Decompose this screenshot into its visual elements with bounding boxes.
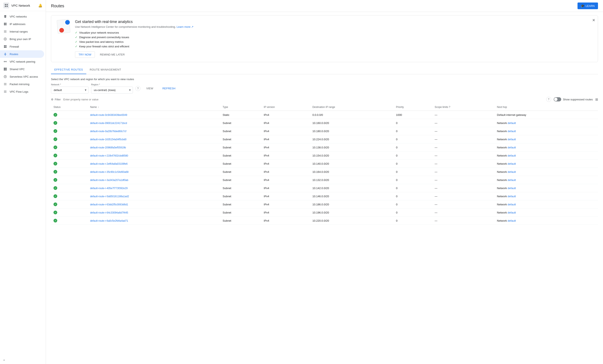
- route-link-6[interactable]: default-route-r-2ef64a8a03108fe6: [90, 162, 128, 165]
- cell-name-0: default-route-0c94383439ee0049: [88, 111, 220, 119]
- network-link-6[interactable]: default: [508, 162, 516, 165]
- route-link-12[interactable]: default-route-r-64c33094a6d7f445: [90, 211, 128, 214]
- network-link-10[interactable]: default: [508, 195, 516, 198]
- cell-destination-13: 10.220.0.0/20: [310, 217, 394, 225]
- cell-status-0: ✓: [51, 111, 88, 119]
- route-link-2[interactable]: default-route-0a20b76ded60c7cf: [90, 130, 126, 133]
- network-link-8[interactable]: default: [508, 178, 516, 182]
- cell-destination-2: 10.180.0.0/20: [310, 127, 394, 135]
- filter-help-button[interactable]: ?: [546, 97, 551, 102]
- cell-type-4: Subnet: [220, 143, 261, 152]
- check-icon-3: ✓: [75, 40, 78, 44]
- network-link-13[interactable]: default: [508, 219, 516, 222]
- network-link-4[interactable]: default: [508, 146, 516, 149]
- sidebar-item-firewall[interactable]: Firewall: [0, 43, 44, 50]
- status-icon-12: ✓: [54, 210, 57, 214]
- status-icon-9: ✓: [54, 186, 57, 190]
- route-link-0[interactable]: default-route-0c94383439ee0049: [90, 113, 127, 116]
- cell-scope-9: —: [432, 184, 494, 192]
- scope-help-icon[interactable]: ?: [449, 106, 450, 109]
- tab-route-management[interactable]: ROUTE MANAGEMENT: [86, 66, 124, 74]
- route-link-8[interactable]: default-route-r-3a343a207a1df0ab: [90, 179, 128, 182]
- route-link-3[interactable]: default-route-1635154a04f5cbd0: [90, 138, 127, 141]
- sidebar-item-vpc-flow-logs[interactable]: VPC Flow Logs: [0, 88, 44, 95]
- route-link-9[interactable]: default-route-r-405e7f773f392e29: [90, 187, 128, 190]
- view-button[interactable]: VIEW: [143, 85, 156, 92]
- check-icon-4: ✓: [75, 45, 78, 48]
- sidebar-item-vpc-peering[interactable]: VPC network peering: [0, 58, 44, 65]
- learn-more-link[interactable]: Learn more ↗: [176, 25, 194, 28]
- refresh-button[interactable]: REFRESH: [159, 85, 179, 92]
- notification-bell-icon[interactable]: 🔔: [38, 4, 42, 8]
- remind-later-button[interactable]: REMIND ME LATER: [98, 52, 127, 58]
- network-link-9[interactable]: default: [508, 187, 516, 190]
- route-link-4[interactable]: default-route-20968fa5ef55919b: [90, 146, 126, 149]
- network-link-1[interactable]: default: [508, 121, 516, 125]
- sidebar-item-ip-addresses[interactable]: IP addresses: [0, 20, 44, 28]
- banner-close-button[interactable]: ✕: [592, 18, 595, 22]
- cell-type-11: Subnet: [220, 200, 261, 209]
- banner-checklist: ✓Visualize your network resources ✓Diagn…: [75, 31, 593, 48]
- network-select[interactable]: default: [51, 87, 89, 93]
- cell-next-hop-1: Network default: [494, 119, 598, 127]
- network-link-12[interactable]: default: [508, 211, 516, 214]
- cell-status-12: ✓: [51, 209, 88, 217]
- serverless-vpc-icon: [3, 75, 7, 78]
- cell-name-12: default-route-r-64c33094a6d7f445: [88, 209, 220, 217]
- columns-icon[interactable]: ⊞: [595, 98, 598, 101]
- route-link-11[interactable]: default-route-r-63dd2f5c0063d6d1: [90, 203, 128, 206]
- sidebar-item-shared-vpc[interactable]: Shared VPC: [0, 65, 44, 73]
- svg-rect-23: [4, 69, 5, 71]
- sidebar-item-vpc-networks[interactable]: VPC networks: [0, 13, 44, 20]
- region-select[interactable]: us-central1 (Iowa): [91, 87, 133, 93]
- network-link-2[interactable]: default: [508, 130, 516, 133]
- cell-priority-5: 0: [394, 152, 432, 160]
- cell-name-7: default-route-r-35c90c1c54d93a68: [88, 168, 220, 176]
- cell-ip-version-3: IPv4: [261, 135, 310, 143]
- sidebar-item-serverless-vpc[interactable]: Serverless VPC access: [0, 73, 44, 80]
- cell-destination-3: 10.224.0.0/20: [310, 135, 394, 143]
- route-link-13[interactable]: default-route-r-6a0c5e2fd4a4ad71: [90, 219, 128, 222]
- cell-ip-version-0: IPv4: [261, 111, 310, 119]
- cell-destination-7: 10.164.0.0/20: [310, 168, 394, 176]
- network-link-7[interactable]: default: [508, 170, 516, 173]
- network-link-11[interactable]: default: [508, 203, 516, 206]
- cell-type-6: Subnet: [220, 160, 261, 168]
- network-link-3[interactable]: default: [508, 138, 516, 141]
- filter-input[interactable]: [63, 98, 544, 101]
- sidebar-item-packet-mirroring[interactable]: Packet mirroring: [0, 80, 44, 88]
- learn-button[interactable]: 🎓 LEARN: [578, 2, 598, 9]
- cell-type-0: Static: [220, 111, 261, 119]
- col-name[interactable]: Name ↑: [88, 103, 220, 111]
- cell-type-9: Subnet: [220, 184, 261, 192]
- try-now-button[interactable]: TRY NOW: [75, 51, 95, 58]
- cell-scope-5: —: [432, 152, 494, 160]
- cell-name-6: default-route-r-2ef64a8a03108fe6: [88, 160, 220, 168]
- cell-ip-version-13: IPv4: [261, 217, 310, 225]
- routes-table-body: ✓ default-route-0c94383439ee0049 Static …: [51, 111, 598, 225]
- region-help-button[interactable]: ?: [135, 86, 140, 91]
- table-row: ✓ default-route-1635154a04f5cbd0 Subnet …: [51, 135, 598, 143]
- cell-ip-version-4: IPv4: [261, 143, 310, 152]
- route-link-5[interactable]: default-route-r-21fb47602cbd8580: [90, 154, 128, 157]
- route-link-10[interactable]: default-route-r-5dd50161188a1ad2: [90, 195, 129, 198]
- network-link-5[interactable]: default: [508, 154, 516, 157]
- check-icon-1: ✓: [75, 31, 78, 34]
- sidebar-item-routes[interactable]: Routes: [0, 50, 44, 58]
- cell-scope-3: —: [432, 135, 494, 143]
- table-row: ✓ default-route-r-63dd2f5c0063d6d1 Subne…: [51, 200, 598, 209]
- svg-rect-5: [5, 23, 6, 24]
- cell-scope-12: —: [432, 209, 494, 217]
- svg-rect-7: [5, 24, 6, 25]
- cell-destination-6: 10.140.0.0/20: [310, 160, 394, 168]
- route-link-1[interactable]: default-route-09001dc224171bcd: [90, 122, 127, 125]
- cell-scope-2: —: [432, 127, 494, 135]
- cell-priority-12: 0: [394, 209, 432, 217]
- tab-effective-routes[interactable]: EFFECTIVE ROUTES: [51, 66, 86, 74]
- sidebar-collapse-btn[interactable]: «: [0, 356, 46, 364]
- route-link-7[interactable]: default-route-r-35c90c1c54d93a68: [90, 171, 128, 173]
- cell-name-9: default-route-r-405e7f773f392e29: [88, 184, 220, 192]
- suppressed-routes-toggle[interactable]: [554, 97, 561, 101]
- sidebar-item-bring-your-own-ip[interactable]: Bring your own IP: [0, 35, 44, 43]
- sidebar-item-internal-ranges[interactable]: Internal ranges: [0, 28, 44, 35]
